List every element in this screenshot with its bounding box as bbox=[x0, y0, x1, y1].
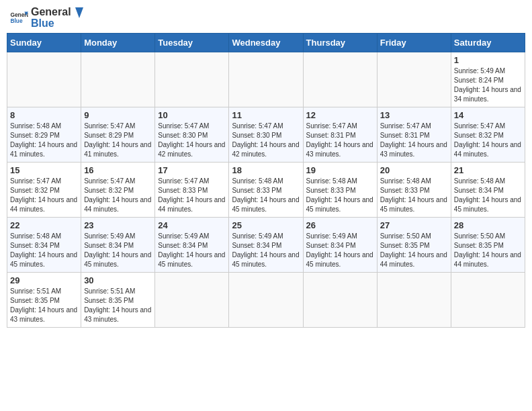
day-number: 15 bbox=[10, 165, 78, 175]
day-info: Sunrise: 5:47 AMSunset: 8:29 PMDaylight:… bbox=[84, 122, 152, 159]
day-cell-22: 22Sunrise: 5:48 AMSunset: 8:34 PMDayligh… bbox=[7, 217, 81, 272]
day-cell-21: 21Sunrise: 5:48 AMSunset: 8:34 PMDayligh… bbox=[451, 162, 525, 217]
day-number: 24 bbox=[158, 220, 226, 230]
day-number: 21 bbox=[454, 165, 522, 175]
empty-cell bbox=[451, 272, 525, 327]
day-number: 27 bbox=[380, 220, 448, 230]
day-number: 17 bbox=[158, 165, 226, 175]
day-number: 20 bbox=[380, 165, 448, 175]
day-number: 16 bbox=[84, 165, 152, 175]
weekday-header-sunday: Sunday bbox=[7, 33, 81, 52]
day-cell-18: 18Sunrise: 5:48 AMSunset: 8:33 PMDayligh… bbox=[229, 162, 303, 217]
day-info: Sunrise: 5:49 AMSunset: 8:34 PMDaylight:… bbox=[158, 232, 226, 269]
empty-cell bbox=[81, 52, 155, 107]
day-number: 22 bbox=[10, 220, 78, 230]
day-info: Sunrise: 5:48 AMSunset: 8:29 PMDaylight:… bbox=[10, 122, 78, 159]
day-cell-27: 27Sunrise: 5:50 AMSunset: 8:35 PMDayligh… bbox=[377, 217, 451, 272]
day-number: 14 bbox=[454, 110, 522, 120]
day-number: 12 bbox=[306, 110, 374, 120]
day-cell-30: 30Sunrise: 5:51 AMSunset: 8:35 PMDayligh… bbox=[81, 272, 155, 327]
weekday-header-saturday: Saturday bbox=[451, 33, 525, 52]
svg-text:Blue: Blue bbox=[10, 18, 22, 25]
day-cell-16: 16Sunrise: 5:47 AMSunset: 8:32 PMDayligh… bbox=[81, 162, 155, 217]
empty-cell bbox=[229, 52, 303, 107]
day-cell-11: 11Sunrise: 5:47 AMSunset: 8:30 PMDayligh… bbox=[229, 107, 303, 162]
week-row-5: 29Sunrise: 5:51 AMSunset: 8:35 PMDayligh… bbox=[7, 272, 525, 327]
day-info: Sunrise: 5:47 AMSunset: 8:32 PMDaylight:… bbox=[84, 177, 152, 214]
day-info: Sunrise: 5:47 AMSunset: 8:33 PMDaylight:… bbox=[158, 177, 226, 214]
day-number: 9 bbox=[84, 110, 152, 120]
day-info: Sunrise: 5:48 AMSunset: 8:34 PMDaylight:… bbox=[454, 177, 522, 214]
day-number: 13 bbox=[380, 110, 448, 120]
calendar-body: 1Sunrise: 5:49 AMSunset: 8:24 PMDaylight… bbox=[7, 52, 525, 327]
week-row-4: 22Sunrise: 5:48 AMSunset: 8:34 PMDayligh… bbox=[7, 217, 525, 272]
day-number: 18 bbox=[232, 165, 300, 175]
calendar-table: SundayMondayTuesdayWednesdayThursdayFrid… bbox=[7, 33, 525, 328]
day-cell-20: 20Sunrise: 5:48 AMSunset: 8:33 PMDayligh… bbox=[377, 162, 451, 217]
day-cell-28: 28Sunrise: 5:50 AMSunset: 8:35 PMDayligh… bbox=[451, 217, 525, 272]
day-number: 1 bbox=[454, 55, 522, 65]
day-cell-29: 29Sunrise: 5:51 AMSunset: 8:35 PMDayligh… bbox=[7, 272, 81, 327]
day-cell-17: 17Sunrise: 5:47 AMSunset: 8:33 PMDayligh… bbox=[155, 162, 229, 217]
logo-general-text: General bbox=[31, 7, 83, 18]
day-number: 29 bbox=[10, 275, 78, 285]
week-row-1: 1Sunrise: 5:49 AMSunset: 8:24 PMDaylight… bbox=[7, 52, 525, 107]
day-info: Sunrise: 5:48 AMSunset: 8:33 PMDaylight:… bbox=[232, 177, 300, 214]
day-cell-26: 26Sunrise: 5:49 AMSunset: 8:34 PMDayligh… bbox=[303, 217, 377, 272]
day-info: Sunrise: 5:48 AMSunset: 8:33 PMDaylight:… bbox=[306, 177, 374, 214]
empty-cell bbox=[229, 272, 303, 327]
day-number: 10 bbox=[158, 110, 226, 120]
day-number: 30 bbox=[84, 275, 152, 285]
weekday-header-monday: Monday bbox=[81, 33, 155, 52]
day-info: Sunrise: 5:47 AMSunset: 8:30 PMDaylight:… bbox=[158, 122, 226, 159]
day-cell-14: 14Sunrise: 5:47 AMSunset: 8:32 PMDayligh… bbox=[451, 107, 525, 162]
weekday-header-tuesday: Tuesday bbox=[155, 33, 229, 52]
empty-cell bbox=[7, 52, 81, 107]
day-cell-10: 10Sunrise: 5:47 AMSunset: 8:30 PMDayligh… bbox=[155, 107, 229, 162]
week-row-2: 8Sunrise: 5:48 AMSunset: 8:29 PMDaylight… bbox=[7, 107, 525, 162]
day-number: 25 bbox=[232, 220, 300, 230]
svg-marker-4 bbox=[75, 7, 83, 18]
empty-cell bbox=[377, 52, 451, 107]
day-number: 26 bbox=[306, 220, 374, 230]
day-number: 28 bbox=[454, 220, 522, 230]
empty-cell bbox=[303, 52, 377, 107]
empty-cell bbox=[155, 52, 229, 107]
day-info: Sunrise: 5:47 AMSunset: 8:32 PMDaylight:… bbox=[454, 122, 522, 159]
empty-cell bbox=[303, 272, 377, 327]
day-info: Sunrise: 5:49 AMSunset: 8:24 PMDaylight:… bbox=[454, 66, 522, 104]
day-number: 19 bbox=[306, 165, 374, 175]
empty-cell bbox=[155, 272, 229, 327]
day-cell-9: 9Sunrise: 5:47 AMSunset: 8:29 PMDaylight… bbox=[81, 107, 155, 162]
day-info: Sunrise: 5:50 AMSunset: 8:35 PMDaylight:… bbox=[454, 232, 522, 269]
day-info: Sunrise: 5:47 AMSunset: 8:31 PMDaylight:… bbox=[380, 122, 448, 159]
day-number: 11 bbox=[232, 110, 300, 120]
day-info: Sunrise: 5:49 AMSunset: 8:34 PMDaylight:… bbox=[232, 232, 300, 269]
day-cell-25: 25Sunrise: 5:49 AMSunset: 8:34 PMDayligh… bbox=[229, 217, 303, 272]
day-cell-19: 19Sunrise: 5:48 AMSunset: 8:33 PMDayligh… bbox=[303, 162, 377, 217]
day-info: Sunrise: 5:47 AMSunset: 8:31 PMDaylight:… bbox=[306, 122, 374, 159]
day-info: Sunrise: 5:50 AMSunset: 8:35 PMDaylight:… bbox=[380, 232, 448, 269]
logo-icon: General Blue bbox=[9, 8, 28, 27]
empty-cell bbox=[377, 272, 451, 327]
day-cell-13: 13Sunrise: 5:47 AMSunset: 8:31 PMDayligh… bbox=[377, 107, 451, 162]
weekday-header-wednesday: Wednesday bbox=[229, 33, 303, 52]
day-info: Sunrise: 5:49 AMSunset: 8:34 PMDaylight:… bbox=[84, 232, 152, 269]
day-cell-12: 12Sunrise: 5:47 AMSunset: 8:31 PMDayligh… bbox=[303, 107, 377, 162]
day-info: Sunrise: 5:48 AMSunset: 8:33 PMDaylight:… bbox=[380, 177, 448, 214]
day-cell-15: 15Sunrise: 5:47 AMSunset: 8:32 PMDayligh… bbox=[7, 162, 81, 217]
day-cell-23: 23Sunrise: 5:49 AMSunset: 8:34 PMDayligh… bbox=[81, 217, 155, 272]
day-cell-24: 24Sunrise: 5:49 AMSunset: 8:34 PMDayligh… bbox=[155, 217, 229, 272]
logo: General Blue General Blue bbox=[9, 7, 83, 29]
week-row-3: 15Sunrise: 5:47 AMSunset: 8:32 PMDayligh… bbox=[7, 162, 525, 217]
day-info: Sunrise: 5:51 AMSunset: 8:35 PMDaylight:… bbox=[84, 287, 152, 324]
day-info: Sunrise: 5:49 AMSunset: 8:34 PMDaylight:… bbox=[306, 232, 374, 269]
page-header: General Blue General Blue bbox=[7, 7, 525, 29]
weekday-header-friday: Friday bbox=[377, 33, 451, 52]
logo-blue-text: Blue bbox=[31, 18, 83, 29]
day-number: 8 bbox=[10, 110, 78, 120]
day-number: 23 bbox=[84, 220, 152, 230]
day-cell-8: 8Sunrise: 5:48 AMSunset: 8:29 PMDaylight… bbox=[7, 107, 81, 162]
weekday-header-thursday: Thursday bbox=[303, 33, 377, 52]
day-info: Sunrise: 5:48 AMSunset: 8:34 PMDaylight:… bbox=[10, 232, 78, 269]
